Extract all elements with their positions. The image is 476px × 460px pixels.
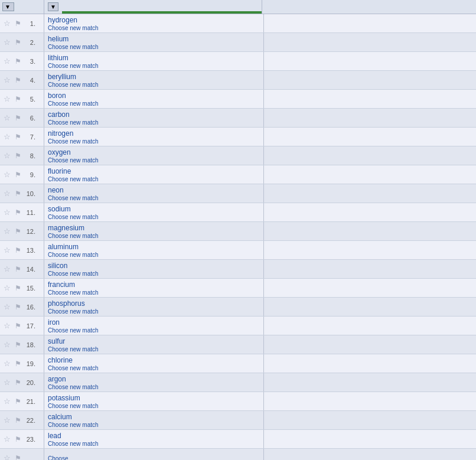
element-name-link[interactable]: iron [48, 318, 260, 327]
element-name-link[interactable]: fluorine [48, 167, 260, 175]
element-name-link[interactable]: calcium [48, 413, 260, 421]
star-icon[interactable]: ☆ [2, 38, 12, 47]
choose-new-match-link[interactable]: Choose new match [48, 63, 260, 69]
star-icon[interactable]: ☆ [2, 302, 12, 312]
star-icon[interactable]: ☆ [2, 435, 12, 444]
flag-icon[interactable]: ⚑ [13, 321, 22, 331]
choose-new-match-link[interactable]: Choose new match [48, 119, 260, 126]
choose-new-match-link[interactable]: Choose new match [48, 384, 260, 390]
element-name-link[interactable]: magnesium [48, 224, 260, 232]
choose-new-match-link[interactable]: Choose new match [48, 100, 260, 107]
choose-new-match-link[interactable]: Choose new match [48, 252, 260, 258]
star-icon[interactable]: ☆ [2, 151, 12, 161]
flag-icon[interactable]: ⚑ [13, 246, 22, 255]
choose-new-match-link[interactable]: Choose new match [48, 233, 260, 239]
element-name-link[interactable]: helium [48, 35, 260, 43]
row-content: iron Choose new match [44, 317, 264, 335]
flag-icon[interactable]: ⚑ [13, 340, 22, 350]
choose-new-match-link[interactable]: Choose new match [48, 289, 260, 296]
choose-new-match-link[interactable]: Choose new match [48, 308, 260, 315]
flag-icon[interactable]: ⚑ [13, 94, 22, 104]
flag-icon[interactable]: ⚑ [13, 19, 22, 28]
star-icon[interactable]: ☆ [2, 321, 12, 331]
choose-new-match-link[interactable]: Choose new match [48, 44, 260, 50]
choose-new-match-link[interactable]: Choose new match [48, 327, 260, 334]
element-name-link[interactable]: carbon [48, 110, 260, 119]
flag-icon[interactable]: ⚑ [13, 378, 22, 387]
star-icon[interactable]: ☆ [2, 94, 12, 104]
flag-icon[interactable]: ⚑ [13, 57, 22, 66]
star-icon[interactable]: ☆ [2, 359, 12, 368]
element-name-link[interactable]: lead [48, 432, 260, 440]
flag-icon[interactable]: ⚑ [13, 38, 22, 47]
choose-new-match-link[interactable]: Choose new match [48, 195, 260, 201]
flag-icon[interactable]: ⚑ [13, 151, 22, 161]
element-name-link[interactable]: hydrogen [48, 16, 260, 24]
choose-new-match-link[interactable]: Choose new match [48, 422, 260, 428]
flag-icon[interactable]: ⚑ [13, 132, 22, 142]
element-name-link[interactable]: oxygen [48, 148, 260, 156]
element-name-link[interactable]: argon [48, 375, 260, 383]
star-icon[interactable]: ☆ [2, 208, 12, 217]
star-icon[interactable]: ☆ [2, 19, 12, 28]
star-icon[interactable]: ☆ [2, 170, 12, 180]
element-name-link[interactable]: francium [48, 280, 260, 289]
star-icon[interactable]: ☆ [2, 246, 12, 255]
flag-icon[interactable]: ⚑ [13, 113, 22, 123]
choose-new-match-link[interactable]: Choose new match [48, 346, 260, 353]
star-icon[interactable]: ☆ [2, 57, 12, 66]
element-name-link[interactable]: sulfur [48, 337, 260, 345]
flag-icon[interactable]: ⚑ [13, 208, 22, 217]
flag-icon[interactable]: ⚑ [13, 302, 22, 312]
element-name-link[interactable]: potassium [48, 394, 260, 402]
choose-new-match-link[interactable]: Choose new match [48, 176, 260, 182]
flag-icon[interactable]: ⚑ [13, 359, 22, 368]
bottom-star-icon[interactable]: ☆ [2, 454, 12, 461]
column-dropdown-button[interactable]: ▼ [48, 2, 58, 11]
flag-icon[interactable]: ⚑ [13, 397, 22, 406]
star-icon[interactable]: ☆ [2, 340, 12, 350]
element-name-link[interactable]: phosphorus [48, 299, 260, 308]
flag-icon[interactable]: ⚑ [13, 170, 22, 180]
star-icon[interactable]: ☆ [2, 397, 12, 406]
flag-icon[interactable]: ⚑ [13, 227, 22, 236]
star-icon[interactable]: ☆ [2, 76, 12, 85]
choose-new-match-link[interactable]: Choose new match [48, 403, 260, 409]
flag-icon[interactable]: ⚑ [13, 283, 22, 293]
element-name-link[interactable]: lithium [48, 54, 260, 62]
choose-new-match-link[interactable]: Choose new match [48, 441, 260, 447]
star-icon[interactable]: ☆ [2, 378, 12, 387]
star-icon[interactable]: ☆ [2, 227, 12, 236]
element-name-link[interactable]: boron [48, 92, 260, 100]
choose-new-match-link[interactable]: Choose new match [48, 365, 260, 371]
flag-icon[interactable]: ⚑ [13, 416, 22, 425]
flag-icon[interactable]: ⚑ [13, 265, 22, 274]
element-name-link[interactable]: neon [48, 186, 260, 194]
element-name-link[interactable]: nitrogen [48, 129, 260, 138]
choose-new-match-link[interactable]: Choose new match [48, 270, 260, 277]
star-icon[interactable]: ☆ [2, 265, 12, 274]
star-icon[interactable]: ☆ [2, 189, 12, 198]
choose-new-match-link[interactable]: Choose new match [48, 138, 260, 145]
choose-new-match-link[interactable]: Choose new match [48, 25, 260, 31]
all-dropdown-button[interactable]: ▼ [2, 2, 14, 11]
bottom-flag-icon[interactable]: ⚑ [13, 454, 22, 461]
flag-icon[interactable]: ⚑ [13, 435, 22, 444]
element-name-link[interactable]: silicon [48, 262, 260, 270]
choose-new-match-link[interactable]: Choose new match [48, 81, 260, 88]
choose-new-match-link[interactable]: Choose new match [48, 214, 260, 220]
star-icon[interactable]: ☆ [2, 113, 12, 123]
element-name-link[interactable]: chlorine [48, 356, 260, 364]
column-dropdown-arrow-icon: ▼ [50, 4, 56, 10]
flag-icon[interactable]: ⚑ [13, 189, 22, 198]
star-icon[interactable]: ☆ [2, 132, 12, 142]
element-name-link[interactable]: sodium [48, 205, 260, 213]
element-name-link[interactable]: beryllium [48, 73, 260, 81]
element-name-link[interactable]: aluminum [48, 243, 260, 251]
star-icon[interactable]: ☆ [2, 283, 12, 293]
choose-new-match-link[interactable]: Choose new match [48, 157, 260, 164]
flag-icon[interactable]: ⚑ [13, 76, 22, 85]
star-icon[interactable]: ☆ [2, 416, 12, 425]
bottom-choose-link[interactable]: Choose [48, 455, 260, 461]
row-content: potassium Choose new match [44, 392, 264, 410]
